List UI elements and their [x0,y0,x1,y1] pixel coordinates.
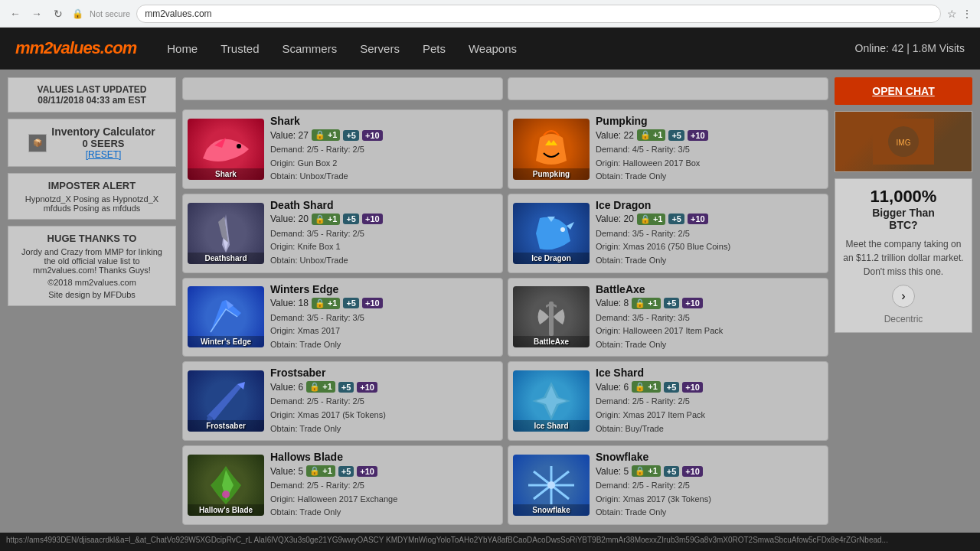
weapon-card-death-shard[interactable]: Deathshard Death Shard Value: 20 🔒 +1 +5… [182,194,503,273]
menu-icon[interactable]: ⋮ [962,8,972,20]
weapon-value-row: Value: 6 🔒 +1 +5 +10 [596,381,823,393]
nav-home[interactable]: Home [167,42,198,55]
browser-bar: ← → ↻ 🔒 Not secure ☆ ⋮ [0,0,980,28]
badge-plus5: +5 [668,214,684,224]
weapon-detail: Demand: 3/5 - Rarity: 3/5 Origin: Hallow… [596,311,823,352]
forward-button[interactable]: → [29,6,44,21]
weapon-card-hallows-blade[interactable]: Hallow's Blade Hallows Blade Value: 5 🔒 … [182,445,503,525]
badge-plus5: +5 [338,382,354,393]
svg-point-5 [222,491,230,498]
nav-servers[interactable]: Servers [360,42,400,55]
value-label: Value: 27 [270,130,309,141]
weapon-value-row: Value: 8 🔒 +1 +5 +10 [596,298,823,309]
weapon-card-ice-shard[interactable]: Ice Shard Ice Shard Value: 6 🔒 +1 +5 +10… [508,361,828,441]
weapon-image-container: Snowflake [513,455,590,516]
online-count: Online: 42 | 1.8M Visits [855,42,965,54]
inventory-box: 📦 Inventory Calculator 0 SEERS [RESET] [8,119,176,167]
weapon-image-bg: Ice Shard [513,370,590,432]
weapon-name: Shark [270,115,498,127]
weapon-info: Frostsaber Value: 6 🔒 +1 +5 +10 Demand: … [270,367,498,435]
site-logo[interactable]: mm2values.com [15,38,136,58]
weapon-image-bg: Deathshard [188,203,264,264]
ad-body: Meet the company taking on an $11.2 tril… [843,237,964,279]
svg-text:IMG: IMG [897,139,911,147]
badge-plus5: +5 [664,466,680,477]
weapon-name: Death Shard [270,199,498,211]
weapon-image-container: Ice Dragon [513,203,590,264]
weapon-detail: Demand: 2/5 - Rarity: 2/5 Origin: Hallow… [270,479,498,520]
weapon-name: Ice Shard [596,367,823,379]
thanks-box: HUGE THANKS TO Jordy and Crazy from MMP … [8,226,176,306]
weapon-info: Snowflake Value: 5 🔒 +1 +5 +10 Demand: 2… [596,451,823,520]
weapon-image-bg: Ice Dragon [513,203,590,264]
weapon-detail: Demand: 2/5 - Rarity: 2/5 Origin: Xmas 2… [270,395,498,435]
inventory-reset[interactable]: [RESET] [51,149,155,160]
nav-trusted[interactable]: Trusted [220,42,259,55]
weapon-image-container: Winter's Edge [188,286,264,347]
refresh-button[interactable]: ↻ [51,6,66,21]
badge-base: 🔒 +1 [632,381,661,393]
weapon-detail: Demand: 3/5 - Rarity: 2/5 Origin: Knife … [270,227,498,268]
open-chat-button[interactable]: OPEN CHAT [835,77,972,105]
status-bar: https://ams4993DEN/djisaacrdkl&a=l_&at_C… [0,533,980,548]
weapon-card-winters-edge[interactable]: Winter's Edge Winters Edge Value: 18 🔒 +… [182,278,503,357]
weapon-card-battleaxe[interactable]: BattleAxe BattleAxe Value: 8 🔒 +1 +5 +10… [508,278,828,357]
value-label: Value: 6 [270,382,303,393]
thanks-text: Jordy and Crazy from MMP for linking the… [15,247,169,275]
ad-bigger-than: Bigger Than [843,207,964,219]
svg-point-3 [560,227,565,232]
value-label: Value: 18 [270,298,309,308]
weapon-label: Deathshard [188,253,264,264]
badge-plus5: +5 [664,298,680,308]
badge-base: 🔒 +1 [632,465,661,477]
weapon-image-container: Deathshard [188,203,264,264]
weapon-name: Hallows Blade [270,451,498,463]
value-label: Value: 8 [596,298,629,308]
weapon-card-snowflake[interactable]: Snowflake Snowflake Value: 5 🔒 +1 +5 +10… [508,445,828,525]
url-bar[interactable] [136,5,941,23]
weapon-image-bg: Frostsaber [188,370,264,432]
weapon-info: Hallows Blade Value: 5 🔒 +1 +5 +10 Deman… [270,451,498,520]
weapon-card-pumpking[interactable]: Pumpking Pumpking Value: 22 🔒 +1 +5 +10 … [508,109,828,189]
partial-card-right [508,77,828,100]
value-label: Value: 20 [270,214,309,224]
weapon-value-row: Value: 18 🔒 +1 +5 +10 [270,298,498,309]
back-button[interactable]: ← [8,6,23,21]
badge-plus10: +10 [682,382,703,393]
weapon-info: Shark Value: 27 🔒 +1 +5 +10 Demand: 2/5 … [270,115,498,184]
weapon-info: BattleAxe Value: 8 🔒 +1 +5 +10 Demand: 3… [596,283,823,352]
weapon-label: Frostsaber [188,420,264,432]
copyright: ©2018 mm2values.com [15,278,169,287]
values-updated-title: VALUES LAST UPDATED [15,84,169,95]
svg-point-0 [237,144,241,148]
badge-plus10: +10 [688,130,708,141]
ad-next-button[interactable]: › [892,285,915,308]
nav-weapons[interactable]: Weapons [469,42,517,55]
nav-pets[interactable]: Pets [423,42,446,55]
ad-big-text: 11,000% [843,187,964,207]
weapon-detail: Demand: 2/5 - Rarity: 2/5 Origin: Xmas 2… [596,395,823,435]
bookmark-icon[interactable]: ☆ [947,8,957,20]
weapon-card-ice-dragon[interactable]: Ice Dragon Ice Dragon Value: 20 🔒 +1 +5 … [508,194,828,273]
value-label: Value: 22 [596,130,634,141]
weapon-image-bg: BattleAxe [513,286,590,347]
badge-base: 🔒 +1 [312,214,341,225]
inventory-title: Inventory Calculator [51,126,155,138]
weapon-info: Ice Dragon Value: 20 🔒 +1 +5 +10 Demand:… [596,199,823,268]
badge-plus10: +10 [682,298,703,308]
weapon-card-frostsaber[interactable]: Frostsaber Frostsaber Value: 6 🔒 +1 +5 +… [182,361,503,441]
weapon-detail: Demand: 3/5 - Rarity: 2/5 Origin: Xmas 2… [596,227,823,268]
partial-card-left [182,77,503,100]
ad-btc: BTC? [843,219,964,231]
weapon-value-row: Value: 5 🔒 +1 +5 +10 [270,465,498,477]
nav-scammers[interactable]: Scammers [283,42,338,55]
weapon-image-bg: Shark [188,119,264,180]
weapon-card-shark[interactable]: Shark Shark Value: 27 🔒 +1 +5 +10 Demand… [182,109,503,189]
badge-plus10: +10 [688,214,708,224]
values-updated-box: VALUES LAST UPDATED 08/11/2018 04:33 am … [8,77,176,112]
weapon-label: Winter's Edge [188,336,264,347]
imposter-title: IMPOSTER ALERT [15,180,169,191]
security-icon: 🔒 [72,8,83,19]
weapon-value-row: Value: 20 🔒 +1 +5 +10 [596,214,823,225]
badge-base: 🔒 +1 [312,129,341,141]
